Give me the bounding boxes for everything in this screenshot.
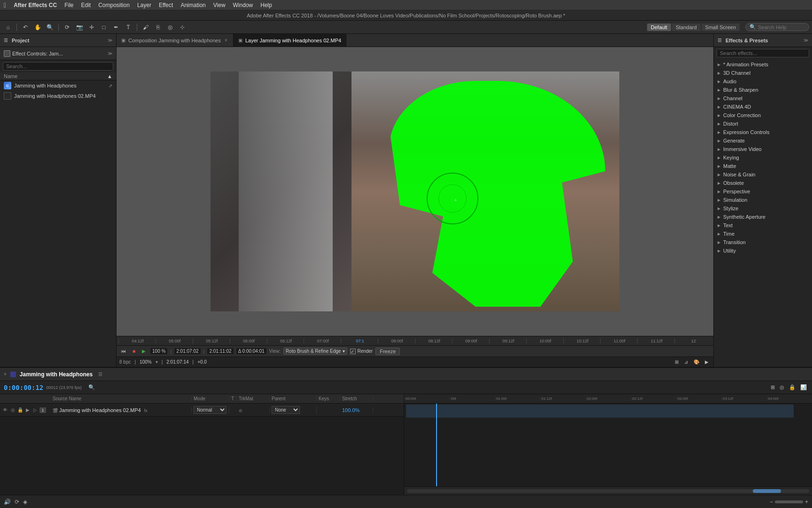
project-item-comp[interactable]: C Jamming with Headphones ⇗ [0, 80, 116, 91]
color-icon[interactable]: 🎨 [692, 359, 701, 365]
bottom-timecode[interactable]: 2:01:07:14 [166, 359, 188, 365]
home-tool[interactable]: ⌂ [3, 22, 13, 32]
layer-fx-btn[interactable]: fx [144, 408, 148, 413]
comp-item-link[interactable]: ⇗ [109, 83, 112, 88]
project-sort-icon[interactable]: ▲ [107, 73, 112, 79]
timecode-end[interactable]: 2:01:11:02 [207, 348, 233, 354]
zoom-tool[interactable]: 🔍 [45, 22, 55, 32]
bottom-offset[interactable]: +0.0 [197, 359, 207, 365]
viewer-canvas[interactable]: + [117, 47, 713, 336]
bc-zoom-slider[interactable] [775, 500, 803, 503]
anchor-tool[interactable]: ✛ [86, 22, 97, 32]
transport-prev[interactable]: ⏮ [119, 348, 128, 354]
workspace-standard[interactable]: Standard [672, 24, 701, 31]
transport-play[interactable]: ▶ [140, 348, 148, 354]
effect-utility[interactable]: ▶ Utility [714, 246, 812, 255]
effect-color-correction[interactable]: ▶ Color Correction [714, 111, 812, 119]
workspace-default[interactable]: Default [647, 24, 671, 31]
project-panel-expand[interactable]: ≫ [108, 38, 112, 43]
zoom-display[interactable]: 100 % [150, 348, 167, 354]
tl-solo-icon[interactable]: ◎ [778, 384, 786, 391]
timeline-layer-row[interactable]: 👁 ◎ 🔒 ▶ ▷ 1 🎬 Jamming with Headphones 02… [0, 404, 404, 417]
text-tool[interactable]: T [123, 22, 133, 32]
tl-track-area[interactable] [404, 404, 812, 486]
layer-solo-btn[interactable]: ◎ [9, 407, 16, 413]
zoom-bar[interactable] [407, 489, 809, 493]
effects-panel-expand[interactable]: ≫ [804, 38, 808, 43]
effect-generate[interactable]: ▶ Generate [714, 136, 812, 145]
grid-icon[interactable]: ⊞ [673, 359, 680, 365]
timeline-search-icon[interactable]: 🔍 [88, 384, 95, 390]
view-dropdown[interactable]: Roto Brush & Refine Edge ▾ [283, 348, 347, 355]
comp-tab-close[interactable]: × [224, 38, 228, 43]
timeline-close[interactable]: × [4, 372, 7, 377]
tl-playhead[interactable] [436, 404, 437, 486]
timecode-current[interactable]: 2:01:07:02 [174, 348, 200, 354]
freeze-button[interactable]: Freeze [375, 348, 400, 355]
effect-immersive-video[interactable]: ▶ Immersive Video [714, 145, 812, 153]
layer-viewer-tab[interactable]: ▣ Layer Jamming with Headphones 02.MP4 [234, 34, 346, 47]
bottom-zoom-dropdown[interactable]: ▾ [156, 359, 158, 365]
puppet-tool[interactable]: ⊹ [177, 22, 187, 32]
menu-file[interactable]: File [64, 2, 73, 8]
effect-text[interactable]: ▶ Text [714, 221, 812, 230]
preview-icon[interactable]: ▶ [703, 359, 710, 365]
layer-play-btn[interactable]: ▷ [32, 407, 39, 413]
tl-graph-icon[interactable]: 📊 [799, 384, 808, 391]
effect-obsolete[interactable]: ▶ Obsolete [714, 179, 812, 187]
mask-icon[interactable]: ⊿ [682, 359, 690, 365]
shape-tool[interactable]: □ [99, 22, 109, 32]
paint-tool[interactable]: 🖌 [141, 22, 151, 32]
bc-audio-icon[interactable]: 🔊 [4, 499, 11, 505]
transport-stop[interactable]: ■ [131, 348, 137, 354]
layer-mode-dropdown[interactable]: Normal [194, 406, 226, 414]
layer-lock-btn[interactable]: 🔒 [17, 407, 23, 413]
bc-ram-icon[interactable]: ◈ [23, 499, 27, 505]
effect-matte[interactable]: ▶ Matte [714, 162, 812, 170]
rotate-tool[interactable]: ⟳ [62, 22, 72, 32]
select-tool[interactable]: ↶ [20, 22, 31, 32]
effect-channel[interactable]: ▶ Channel [714, 94, 812, 103]
effect-perspective[interactable]: ▶ Perspective [714, 187, 812, 196]
hand-tool[interactable]: ✋ [32, 22, 43, 32]
timeline-timecode[interactable]: 0:00:00:12 [4, 384, 43, 391]
menu-help[interactable]: Help [260, 2, 272, 8]
effect-stylize[interactable]: ▶ Stylize [714, 204, 812, 213]
render-checkbox[interactable]: ✓ [350, 349, 356, 354]
bottom-zoom[interactable]: 100% [140, 359, 152, 365]
pen-tool[interactable]: ✒ [111, 22, 121, 32]
search-help-input[interactable] [758, 24, 805, 30]
effect-simulation[interactable]: ▶ Simulation [714, 196, 812, 204]
roto-tool[interactable]: ◎ [165, 22, 175, 32]
effect-cinema4d[interactable]: ▶ CINEMA 4D [714, 103, 812, 111]
project-item-footage[interactable]: Jamming with Headphones 02.MP4 [0, 91, 116, 101]
workspace-small[interactable]: Small Screen [702, 24, 740, 31]
render-checkbox-container[interactable]: ✓ Render [350, 349, 373, 354]
effect-controls-tab[interactable]: Effect Controls: Jam... ≫ [0, 47, 116, 60]
layer-eye-btn[interactable]: 👁 [2, 407, 8, 413]
timeline-menu-icon[interactable]: ☰ [98, 372, 102, 377]
layer-parent-dropdown[interactable]: None [272, 406, 300, 414]
tl-transform-icon[interactable]: ⊞ [769, 384, 776, 391]
effect-noise-grain[interactable]: ▶ Noise & Grain [714, 170, 812, 179]
tl-lock-icon[interactable]: 🔒 [788, 384, 797, 391]
menu-aftereffects[interactable]: After Effects CC [14, 2, 57, 8]
project-search-input[interactable] [3, 62, 113, 71]
effect-time[interactable]: ▶ Time [714, 230, 812, 238]
camera-tool[interactable]: 📷 [74, 22, 85, 32]
menu-window[interactable]: Window [233, 2, 253, 8]
menu-edit[interactable]: Edit [81, 2, 91, 8]
effect-controls-expand[interactable]: ≫ [108, 51, 112, 56]
bc-zoom-in[interactable]: + [805, 499, 808, 505]
apple-menu[interactable]:  [4, 1, 6, 9]
menu-animation[interactable]: Animation [180, 2, 205, 8]
comp-viewer-tab[interactable]: ▣ Composition Jamming with Headphones × [117, 34, 234, 47]
zoom-handle[interactable] [753, 489, 781, 493]
effect-synthetic-aperture[interactable]: ▶ Synthetic Aperture [714, 213, 812, 221]
bc-loop-icon[interactable]: ⟳ [15, 499, 19, 505]
layer-collapse-btn[interactable]: ▶ [24, 407, 31, 413]
menu-effect[interactable]: Effect [159, 2, 173, 8]
menu-composition[interactable]: Composition [98, 2, 130, 8]
menu-layer[interactable]: Layer [137, 2, 151, 8]
effect-distort[interactable]: ▶ Distort [714, 119, 812, 128]
